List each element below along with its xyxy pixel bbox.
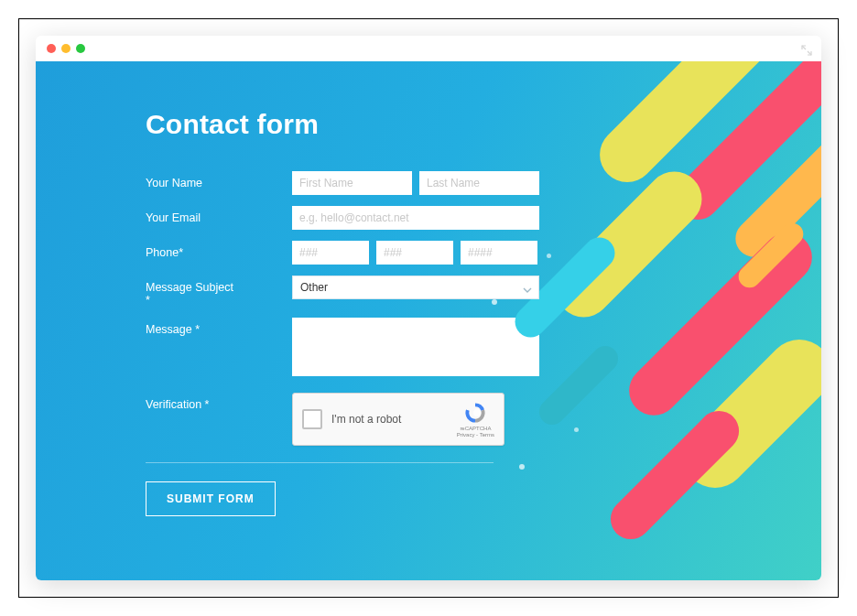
recaptcha-widget: I'm not a robot reCAPTCHA Privacy - Term… [292, 393, 504, 446]
verification-label: Verification * [146, 393, 237, 411]
submit-button[interactable]: SUBMIT FORM [146, 481, 276, 516]
minimize-icon[interactable] [61, 44, 71, 53]
close-icon[interactable] [47, 44, 56, 53]
recaptcha-label: I'm not a robot [331, 413, 448, 426]
page-title: Contact form [146, 109, 821, 140]
contact-form: Your Name Your Email Phone* [146, 171, 539, 516]
message-textarea[interactable] [292, 318, 539, 376]
form-divider [146, 462, 494, 463]
subject-select-wrap: Other [292, 276, 539, 299]
phone-area-input[interactable] [292, 241, 369, 265]
email-input[interactable] [292, 206, 539, 230]
phone-line-input[interactable] [461, 241, 537, 265]
message-label: Message * [146, 318, 237, 336]
chevron-down-icon [522, 283, 533, 294]
fullscreen-icon[interactable] [801, 43, 812, 54]
name-label: Your Name [146, 171, 237, 189]
browser-window: Contact form Your Name Your Email [36, 36, 821, 580]
recaptcha-checkbox[interactable] [302, 409, 322, 429]
subject-label: Message Subject * [146, 276, 237, 307]
phone-label: Phone* [146, 241, 237, 259]
traffic-lights [47, 44, 85, 53]
recaptcha-logo: reCAPTCHA Privacy - Terms [457, 401, 494, 438]
titlebar [36, 36, 821, 61]
zoom-icon[interactable] [76, 44, 85, 53]
page-body: Contact form Your Name Your Email [36, 61, 821, 580]
email-label: Your Email [146, 206, 237, 224]
last-name-input[interactable] [419, 171, 539, 195]
first-name-input[interactable] [292, 171, 412, 195]
subject-select[interactable]: Other [293, 276, 538, 298]
phone-prefix-input[interactable] [376, 241, 453, 265]
